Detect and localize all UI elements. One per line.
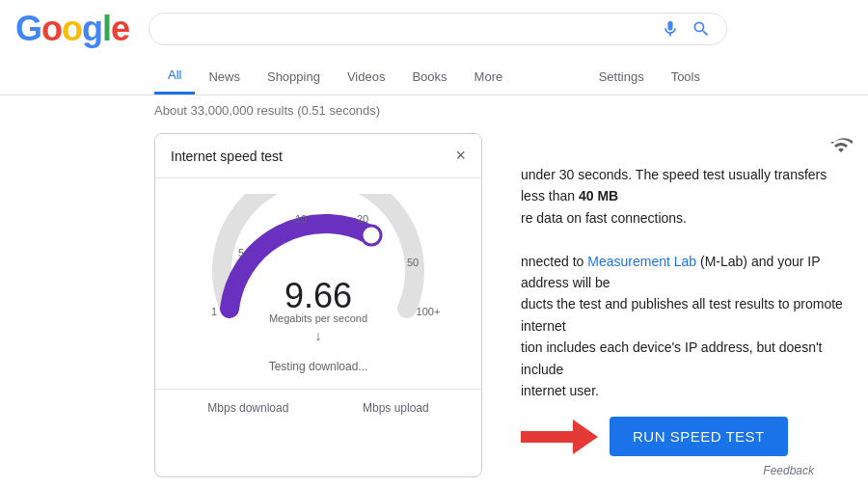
search-input[interactable]: speed test bbox=[165, 20, 661, 38]
run-speed-row: RUN SPEED TEST bbox=[521, 417, 853, 456]
wifi-icon bbox=[829, 133, 853, 156]
header: Google speed test bbox=[0, 0, 868, 58]
run-speed-test-button[interactable]: RUN SPEED TEST bbox=[610, 417, 788, 456]
svg-text:↓: ↓ bbox=[315, 328, 322, 343]
tab-shopping[interactable]: Shopping bbox=[254, 60, 334, 94]
tab-all[interactable]: All bbox=[154, 58, 195, 95]
right-panel: under 30 seconds. The speed test usually… bbox=[505, 133, 868, 477]
feedback-label[interactable]: Feedback bbox=[763, 464, 814, 477]
svg-text:100+: 100+ bbox=[417, 306, 441, 317]
widget-header: Internet speed test × bbox=[155, 134, 481, 178]
widget-title: Internet speed test bbox=[171, 149, 283, 164]
tab-tools[interactable]: Tools bbox=[658, 60, 714, 94]
svg-text:Megabits per second: Megabits per second bbox=[269, 312, 367, 324]
results-info: About 33,000,000 results (0.51 seconds) bbox=[0, 95, 868, 125]
svg-text:1: 1 bbox=[211, 306, 217, 317]
widget-close-button[interactable]: × bbox=[455, 146, 466, 166]
svg-rect-10 bbox=[521, 431, 573, 443]
speed-widget: Internet speed test × 1 5 10 20 50 100+ bbox=[154, 133, 482, 477]
search-icon[interactable] bbox=[692, 19, 711, 39]
svg-text:50: 50 bbox=[407, 257, 419, 268]
widget-footer: Mbps download Mbps upload bbox=[155, 389, 481, 426]
svg-marker-11 bbox=[573, 420, 598, 454]
microphone-icon[interactable] bbox=[661, 19, 680, 39]
google-logo[interactable]: Google bbox=[15, 12, 129, 46]
wifi-icon-row bbox=[521, 133, 853, 156]
download-label: Testing download... bbox=[269, 360, 368, 373]
mbps-download-label: Mbps download bbox=[207, 401, 288, 415]
tab-news[interactable]: News bbox=[195, 60, 254, 94]
search-bar[interactable]: speed test bbox=[149, 13, 727, 45]
tab-books[interactable]: Books bbox=[398, 60, 460, 94]
svg-text:5: 5 bbox=[238, 247, 244, 258]
tab-videos[interactable]: Videos bbox=[334, 60, 399, 94]
gauge-area: 1 5 10 20 50 100+ 9.66 Megabits per seco… bbox=[155, 178, 481, 389]
nav-tabs: All News Shopping Videos Books More Sett… bbox=[0, 58, 868, 95]
main-content: Internet speed test × 1 5 10 20 50 100+ bbox=[0, 133, 868, 477]
feedback-row: Feedback bbox=[521, 464, 853, 477]
speed-gauge: 1 5 10 20 50 100+ 9.66 Megabits per seco… bbox=[193, 194, 444, 348]
google-logo-area[interactable]: Google bbox=[15, 12, 129, 46]
svg-text:20: 20 bbox=[357, 213, 368, 225]
download-area: Testing download... bbox=[269, 356, 368, 373]
mlab-link[interactable]: Measurement Lab bbox=[587, 254, 696, 269]
svg-point-0 bbox=[362, 226, 381, 245]
search-icons bbox=[661, 19, 711, 39]
description-text: under 30 seconds. The speed test usually… bbox=[521, 164, 853, 401]
red-arrow-icon bbox=[521, 420, 598, 454]
svg-text:9.66: 9.66 bbox=[285, 276, 352, 315]
mbps-upload-label: Mbps upload bbox=[363, 401, 429, 415]
tab-settings[interactable]: Settings bbox=[585, 60, 658, 94]
svg-text:10: 10 bbox=[295, 213, 307, 225]
tab-more[interactable]: More bbox=[461, 60, 517, 94]
